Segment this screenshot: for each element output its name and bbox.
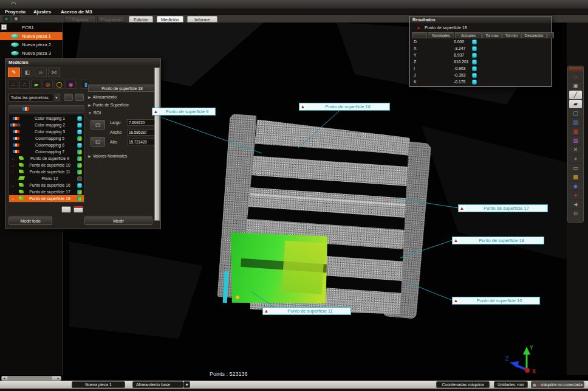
roi-edit-icon[interactable]: ◱ <box>91 137 105 147</box>
tree-horizontal-scrollbar[interactable]: ◄ ► <box>1 376 61 381</box>
sphere-icon[interactable]: ● <box>569 191 582 200</box>
medicion-panel-title[interactable]: Medición <box>5 59 160 66</box>
list-item-selected[interactable]: ∴Punto de superficie 18 <box>9 195 84 202</box>
medir-button[interactable]: Medir <box>84 216 152 225</box>
surface-point-label-16[interactable]: ▲ Punto de superficie 16 <box>299 103 390 111</box>
magnifier-icon[interactable]: ⊙ <box>569 209 582 218</box>
section-alineamiento[interactable]: ▶Alineamiento <box>88 95 117 99</box>
tab-programar[interactable]: Programar <box>97 16 125 22</box>
scan-points-alt-icon[interactable]: ∴ <box>19 80 30 89</box>
ellipse-feature-icon[interactable]: ◯ <box>54 80 64 89</box>
visibility-check-icon[interactable] <box>77 143 82 148</box>
tree-expander-icon[interactable]: + <box>1 24 7 30</box>
resultados-title[interactable]: Resultados <box>410 16 551 23</box>
coordinates-indicator[interactable]: Coordenadas máquina <box>436 381 490 388</box>
largo-field[interactable]: 7.609220 <box>127 119 157 126</box>
section-roi[interactable]: ▼ROI <box>88 111 101 115</box>
tree-root-pcb1[interactable]: PCB1 <box>22 25 34 30</box>
medir-todo-button[interactable]: Medir todo <box>9 216 52 225</box>
units-indicator[interactable]: Unidades: mm <box>494 381 528 388</box>
visibility-check-icon[interactable] <box>77 156 82 161</box>
visibility-check-icon[interactable] <box>77 116 82 121</box>
cluster-icon[interactable]: ◆ <box>569 182 582 191</box>
compare-tab-icon[interactable]: ⋈ <box>48 67 60 77</box>
result-check-icon[interactable] <box>472 80 477 85</box>
visibility-check-icon[interactable] <box>77 183 82 188</box>
filter-button-b[interactable] <box>75 94 84 101</box>
visibility-check-icon[interactable] <box>77 163 82 168</box>
result-check-icon[interactable] <box>472 66 477 71</box>
visibility-check-icon[interactable] <box>77 190 82 195</box>
title-bar[interactable]: ◠ <box>0 0 588 9</box>
menu-proyecto[interactable]: Proyecto <box>5 9 26 15</box>
tree-item-pieza-2[interactable]: Nueva pieza 2 <box>0 41 63 49</box>
machine-status[interactable]: ▤ ● máquina no conectada <box>531 381 584 388</box>
tree-item-pieza-1[interactable]: Nueva pieza 1 <box>0 32 63 40</box>
result-check-icon[interactable] <box>472 40 477 44</box>
construct-tab-icon[interactable]: ◧ <box>21 67 33 77</box>
result-check-icon[interactable] <box>472 53 477 58</box>
tab-medicion[interactable]: Medición <box>157 16 183 22</box>
col-tol-min[interactable]: Tol min <box>502 32 521 38</box>
circle-feature-icon[interactable]: ◎ <box>43 80 53 89</box>
alignment-chevron-icon[interactable]: ▼ <box>183 381 190 388</box>
geometry-list-header[interactable] <box>9 105 84 112</box>
ancho-field[interactable]: 16.586387 <box>127 129 157 136</box>
list-item[interactable]: ∴Punto de superficie 10 <box>9 162 84 168</box>
surface-leaf-icon[interactable]: ▰ <box>31 80 41 89</box>
result-check-icon[interactable] <box>472 73 477 78</box>
surface-point-label-11[interactable]: ▲ Punto de superficie 11 <box>262 307 351 315</box>
tab-captura-manual[interactable]: Captura manual <box>64 16 96 22</box>
visibility-check-icon[interactable] <box>77 130 82 134</box>
result-check-icon[interactable] <box>472 46 477 51</box>
active-piece-button[interactable]: Nueva pieza 1 <box>72 381 125 388</box>
toolbar-handle[interactable] <box>569 67 583 71</box>
col-actuales[interactable]: Actuales <box>455 32 482 38</box>
scroll-left-icon[interactable]: ◄ <box>2 376 7 380</box>
chevron-down-icon[interactable]: ▼ <box>53 94 60 102</box>
geometry-filter-dropdown[interactable]: Todas las geometrías ▼ <box>9 94 60 102</box>
list-item[interactable]: ∴Punto de superficie 9 <box>9 155 84 162</box>
delete-icon[interactable] <box>74 206 83 213</box>
section-punto-superficie[interactable]: ▶Punto de Superficie <box>88 103 129 107</box>
result-check-icon[interactable] <box>472 60 477 64</box>
measure-tab-icon[interactable]: ✎ <box>8 67 20 77</box>
alignment-dropdown[interactable]: Alineamiento base <box>132 381 183 388</box>
tab-informe[interactable]: Informe <box>187 16 217 22</box>
section-valores-nominales[interactable]: ▶Valores Nominales <box>88 154 127 158</box>
col-desviacion[interactable]: Desviación <box>521 32 547 38</box>
orbit-icon[interactable]: ◌ <box>569 72 582 81</box>
surface-leaf-icon[interactable]: ▰ <box>569 100 582 109</box>
tree-item-pieza-3[interactable]: Nueva pieza 3 <box>0 49 63 57</box>
surface-point-label-17[interactable]: ▲ Punto de superficie 17 <box>458 204 548 212</box>
colormap-icon[interactable]: ▩ <box>569 173 582 182</box>
list-item[interactable]: Colormapping 5 <box>9 135 84 142</box>
probe-icon[interactable]: ⌖ <box>569 154 582 164</box>
surface-point-label-10[interactable]: ▲ Punto de superficie 10 <box>452 297 540 305</box>
col-nominales[interactable]: Nominales <box>428 32 454 38</box>
panel-vertical-scrollbar[interactable] <box>154 67 160 221</box>
sketch-line-icon[interactable]: ╱ <box>569 91 582 100</box>
surface-point-label-18[interactable]: ▲ Punto de superficie 18 <box>452 237 544 244</box>
menu-acerca[interactable]: Acerca de M3 <box>61 9 92 15</box>
layers-red-icon[interactable]: ▦ <box>569 127 582 136</box>
snapshot-icon[interactable] <box>61 206 71 213</box>
scroll-right-icon[interactable]: ► <box>56 376 61 380</box>
list-item[interactable]: ∴Punto de superficie 11 <box>9 168 84 175</box>
visibility-check-icon[interactable] <box>77 150 82 154</box>
menu-ajustes[interactable]: Ajustes <box>33 9 51 15</box>
surface-point-label-9[interactable]: ▲ Punto de superficie 9 <box>152 108 216 116</box>
fit-view-icon[interactable]: ✕ <box>569 145 582 154</box>
visibility-check-icon[interactable] <box>77 176 82 181</box>
visibility-check-icon[interactable] <box>77 196 82 201</box>
list-item[interactable]: ∴Punto de superficie 16 <box>9 182 84 189</box>
layers-color-icon[interactable]: ▧ <box>569 136 582 145</box>
roi-mode-icon[interactable]: ◳ <box>91 120 105 130</box>
point-feature-icon[interactable]: ◉ <box>66 80 76 89</box>
box-tool-icon[interactable]: ▣ <box>12 16 20 22</box>
list-item[interactable]: Color mapping 3 <box>9 128 84 135</box>
filter-button-a[interactable] <box>64 94 73 101</box>
visibility-check-icon[interactable] <box>77 136 82 141</box>
link-tab-icon[interactable]: ∞ <box>35 67 47 77</box>
list-item[interactable]: ∴Punto de superficie 17 <box>9 189 84 195</box>
